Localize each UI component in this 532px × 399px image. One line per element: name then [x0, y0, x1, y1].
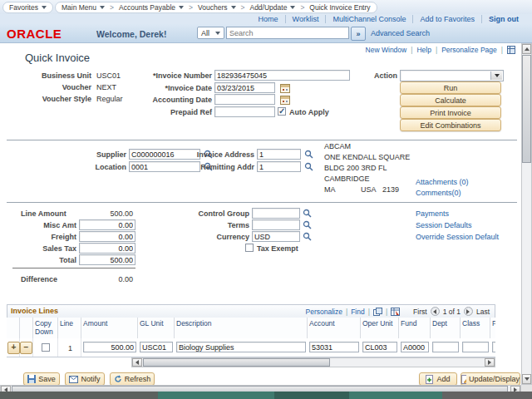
- row-dept-field[interactable]: [432, 342, 459, 352]
- breadcrumb-item-accounts-payable[interactable]: Accounts Payable: [119, 3, 175, 12]
- previous-row-icon[interactable]: [431, 307, 440, 316]
- breadcrumb-item-vouchers[interactable]: Vouchers: [198, 3, 227, 12]
- lookup-icon[interactable]: [303, 232, 312, 241]
- column-header-fund[interactable]: Fund: [399, 318, 431, 338]
- column-header-line[interactable]: Line: [58, 318, 81, 338]
- lookup-icon[interactable]: [303, 209, 312, 218]
- scroll-down-icon[interactable]: [522, 374, 531, 384]
- invoice-date-field[interactable]: [214, 82, 275, 93]
- row-pc-unit-field[interactable]: [492, 342, 495, 352]
- search-go-button[interactable]: »: [351, 27, 366, 41]
- worklist-link[interactable]: Worklist: [286, 15, 327, 23]
- tax-exempt-checkbox[interactable]: [245, 244, 254, 252]
- column-header-copy-down[interactable]: Copy Down: [33, 318, 58, 338]
- view-all-icon[interactable]: [373, 308, 382, 316]
- freight-field[interactable]: [79, 231, 135, 242]
- sales-tax-field[interactable]: [79, 243, 135, 254]
- personalize-page-link[interactable]: Personalize Page: [441, 46, 497, 54]
- invoice-address-field[interactable]: [257, 149, 301, 160]
- add-row-button[interactable]: +: [7, 342, 20, 354]
- notify-button[interactable]: Notify: [65, 372, 105, 386]
- column-header-account[interactable]: Account: [308, 318, 361, 338]
- row-oper-unit-field[interactable]: [362, 342, 397, 352]
- row-fund-field[interactable]: [401, 342, 429, 352]
- row-class-field[interactable]: [462, 342, 489, 352]
- lookup-icon[interactable]: [303, 220, 312, 229]
- total-field[interactable]: [79, 254, 135, 265]
- breadcrumb-item-main-menu[interactable]: Main Menu: [62, 3, 96, 12]
- row-gl-unit-field[interactable]: [140, 342, 173, 352]
- column-header-gl-unit[interactable]: GL Unit: [138, 318, 175, 338]
- search-input[interactable]: [226, 27, 349, 39]
- breadcrumb-trail: Main Menu > Accounts Payable > Vouchers …: [55, 2, 377, 13]
- first-label[interactable]: First: [413, 308, 427, 316]
- invoice-number-field[interactable]: [214, 70, 350, 81]
- run-button[interactable]: Run: [400, 81, 501, 94]
- scroll-left-icon[interactable]: [132, 358, 142, 367]
- update-display-button[interactable]: Update/Display: [461, 372, 520, 386]
- payments-link[interactable]: Payments: [416, 209, 449, 218]
- add-button[interactable]: Add: [419, 372, 457, 386]
- control-group-field[interactable]: [252, 208, 300, 219]
- column-header-dept[interactable]: Dept: [431, 318, 461, 338]
- calculate-button[interactable]: Calculate: [400, 94, 501, 106]
- accounting-date-field[interactable]: [214, 94, 275, 105]
- search-scope-dropdown[interactable]: All: [197, 27, 224, 39]
- add-to-favorites-link[interactable]: Add to Favorites: [413, 15, 482, 23]
- multichannel-console-link[interactable]: MultiChannel Console: [326, 15, 413, 23]
- lookup-icon[interactable]: [304, 150, 313, 159]
- prepaid-ref-field[interactable]: [214, 106, 275, 117]
- terms-field[interactable]: [252, 219, 300, 230]
- favorites-menu[interactable]: Favorites: [2, 2, 53, 13]
- help-link[interactable]: Help: [416, 46, 431, 54]
- pagebar-grid-icon[interactable]: [507, 46, 515, 54]
- delete-row-button[interactable]: −: [20, 342, 32, 354]
- session-defaults-link[interactable]: Session Defaults: [416, 221, 472, 229]
- override-session-default-link[interactable]: Override Session Default: [416, 233, 499, 241]
- misc-amt-label: Misc Amt: [21, 221, 76, 229]
- personalize-link[interactable]: Personalize: [305, 308, 342, 316]
- sign-out-link[interactable]: Sign out: [482, 15, 525, 23]
- edit-combinations-button[interactable]: Edit Combinations: [400, 119, 501, 131]
- breadcrumb-separator: >: [187, 3, 195, 12]
- breadcrumb-item-add-update[interactable]: Add/Update: [249, 3, 287, 12]
- attachments-link[interactable]: Attachments (0): [416, 178, 469, 186]
- action-select[interactable]: [400, 70, 504, 81]
- copy-down-checkbox[interactable]: [42, 343, 50, 352]
- breadcrumb-separator: >: [108, 3, 116, 12]
- row-account-field[interactable]: [309, 342, 359, 352]
- remitting-addr-field[interactable]: [257, 161, 301, 172]
- save-button[interactable]: Save: [23, 372, 60, 386]
- currency-field[interactable]: [252, 231, 300, 242]
- column-header-class[interactable]: Class: [461, 318, 490, 338]
- row-description-field[interactable]: [176, 342, 306, 352]
- scroll-up-icon[interactable]: [522, 44, 531, 54]
- home-link[interactable]: Home: [252, 15, 286, 23]
- vertical-scrollbar[interactable]: [521, 43, 532, 385]
- lookup-icon[interactable]: [304, 162, 313, 171]
- dropdown-arrow-icon[interactable]: [490, 71, 502, 80]
- new-window-link[interactable]: New Window: [366, 46, 407, 54]
- advanced-search-link[interactable]: Advanced Search: [371, 29, 430, 37]
- find-link[interactable]: Find: [351, 308, 365, 316]
- misc-amt-field[interactable]: [79, 219, 135, 230]
- row-amount-field[interactable]: [83, 342, 136, 352]
- vertical-scrollbar-thumb[interactable]: [522, 55, 531, 163]
- calendar-icon[interactable]: [280, 83, 290, 93]
- last-label[interactable]: Last: [476, 308, 490, 316]
- print-invoice-button[interactable]: Print Invoice: [400, 106, 501, 119]
- grid-scrollbar-thumb[interactable]: [143, 358, 330, 367]
- calendar-icon[interactable]: [280, 95, 290, 105]
- download-grid-icon[interactable]: [391, 308, 400, 316]
- column-header-description[interactable]: Description: [175, 318, 308, 338]
- grid-horizontal-scrollbar[interactable]: [131, 357, 495, 367]
- column-header-amount[interactable]: Amount: [81, 318, 138, 338]
- invoice-lines-grid: Invoice Lines Personalize | Find | | Fir…: [7, 304, 495, 367]
- refresh-button[interactable]: Refresh: [110, 372, 155, 386]
- column-header-oper-unit[interactable]: Oper Unit: [361, 318, 399, 338]
- column-header-pc-unit[interactable]: PC Unit: [490, 318, 495, 338]
- next-row-icon[interactable]: [464, 307, 473, 316]
- scroll-right-icon[interactable]: [485, 358, 495, 367]
- comments-link[interactable]: Comments(0): [416, 189, 461, 197]
- auto-apply-checkbox[interactable]: [278, 107, 286, 116]
